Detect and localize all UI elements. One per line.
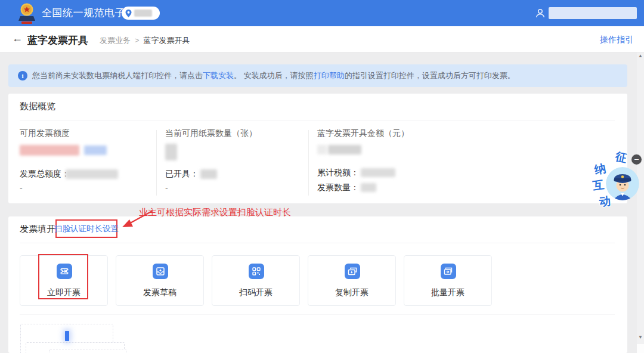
redacted-value [20, 145, 79, 156]
breadcrumb-current: 蓝字发票开具 [144, 36, 190, 45]
widget-minimize-button[interactable]: – [631, 154, 642, 165]
copy-ticket-icon [345, 264, 360, 279]
qrcode-icon [249, 264, 264, 279]
divider [20, 120, 615, 120]
redacted-value [84, 145, 107, 155]
card-batch-invoicing[interactable]: 批量开票 [404, 255, 492, 306]
alert-text: 您当前尚未安装数电票纳税人端打印控件，请点击下载安装。 安装成功后，请按照打印帮… [32, 70, 515, 81]
page-title: 蓝字发票开具 [27, 33, 88, 47]
scrollbar-footer [637, 344, 644, 353]
invoicing-title: 发票填开 [20, 224, 55, 235]
invoice-count-label: 发票数量： [317, 182, 359, 193]
redacted-value [361, 183, 376, 192]
divider [156, 130, 157, 196]
redacted-value [328, 145, 361, 154]
username-redacted [549, 7, 637, 19]
card-invoice-draft[interactable]: 发票草稿 [116, 255, 204, 306]
divider [308, 130, 309, 196]
card-label: 立即开票 [20, 287, 107, 298]
breadcrumb-separator: > [135, 36, 140, 45]
ticket-arrow-icon [57, 264, 72, 279]
face-auth-annotation: 业主可根据实际需求设置扫脸认证时长 [139, 207, 291, 218]
batch-ticket-icon [441, 264, 456, 279]
blue-invoice-amount-label: 蓝字发票开具金额（元） [317, 128, 409, 139]
breadcrumb: 发票业务>蓝字发票开具 [100, 35, 190, 46]
redacted-value [165, 144, 177, 160]
scroll-up-icon[interactable]: ▲ [637, 53, 644, 58]
tax-officer-avatar[interactable] [606, 167, 639, 200]
card-label: 扫码开票 [212, 287, 299, 298]
user-icon [535, 8, 546, 21]
location-pin-icon [125, 10, 132, 17]
scrollbar-track[interactable] [637, 52, 644, 344]
divider [20, 314, 615, 315]
card-issue-now[interactable]: 立即开票 [20, 255, 108, 306]
face-auth-highlight-box: 扫脸认证时长设置 [55, 219, 117, 238]
scroll-down-icon[interactable]: ▼ [637, 335, 644, 340]
face-auth-duration-link[interactable]: 扫脸认证时长设置 [54, 224, 119, 234]
empty-value: - [165, 183, 168, 193]
card-copy-invoicing[interactable]: 复制开票 [308, 255, 396, 306]
total-quota-label: 发票总额度： [20, 169, 70, 179]
widget-char: 动 [599, 193, 611, 209]
alert-text-mid: 。 安装成功后，请按照 [234, 71, 314, 80]
issued-label: 已开具： [165, 169, 199, 179]
info-icon: i [18, 71, 27, 80]
card-label: 复制开票 [308, 287, 395, 298]
operation-guide-link[interactable]: 操作指引 [600, 35, 633, 45]
alert-text-post: 的指引设置打印控件，设置成功后方可打印发票。 [345, 71, 515, 80]
redacted-value [66, 169, 118, 179]
redacted-value [361, 168, 395, 177]
annotation-arrow [115, 205, 157, 234]
invoice-filling-panel: 发票填开 扫脸认证时长设置 立即开票 发票草稿 [8, 216, 627, 353]
download-install-link[interactable]: 下载安装 [203, 71, 234, 80]
location-selector[interactable] [122, 7, 160, 20]
redacted-value [200, 169, 217, 179]
print-control-alert: i 您当前尚未安装数电票纳税人端打印控件，请点击下载安装。 安装成功后，请按照打… [8, 64, 627, 87]
available-quota-label: 可用发票额度 [20, 128, 70, 139]
tax-bureau-logo [17, 2, 37, 27]
draft-inbox-icon [153, 264, 168, 279]
card-scan-qr-invoicing[interactable]: 扫码开票 [212, 255, 300, 306]
empty-value: - [20, 183, 23, 193]
card-label: 发票草稿 [116, 287, 203, 298]
print-help-link[interactable]: 打印帮助 [314, 71, 345, 80]
divider [20, 243, 615, 243]
data-overview-panel: 数据概览 可用发票额度 发票总额度： - 当前可用纸票数量（张） 已开具： - … [8, 94, 627, 203]
skeleton-highlight [65, 331, 69, 341]
widget-char: 互 [592, 177, 605, 194]
total-tax-label: 累计税额： [317, 168, 359, 178]
card-label: 批量开票 [404, 287, 491, 298]
location-name-redacted [134, 10, 152, 17]
breadcrumb-bar: ← 蓝字发票开具 发票业务>蓝字发票开具 操作指引 [0, 26, 644, 52]
breadcrumb-parent[interactable]: 发票业务 [100, 36, 131, 45]
app-header: 全国统一规范电子税务局 [0, 0, 644, 26]
alert-text-pre: 您当前尚未安装数电票纳税人端打印控件，请点击 [32, 71, 203, 80]
overview-title: 数据概览 [20, 101, 55, 112]
skeleton-box [49, 349, 126, 353]
redacted-value [317, 145, 327, 154]
back-button[interactable]: ← [12, 32, 23, 45]
paper-ticket-count-label: 当前可用纸票数量（张） [165, 128, 257, 139]
